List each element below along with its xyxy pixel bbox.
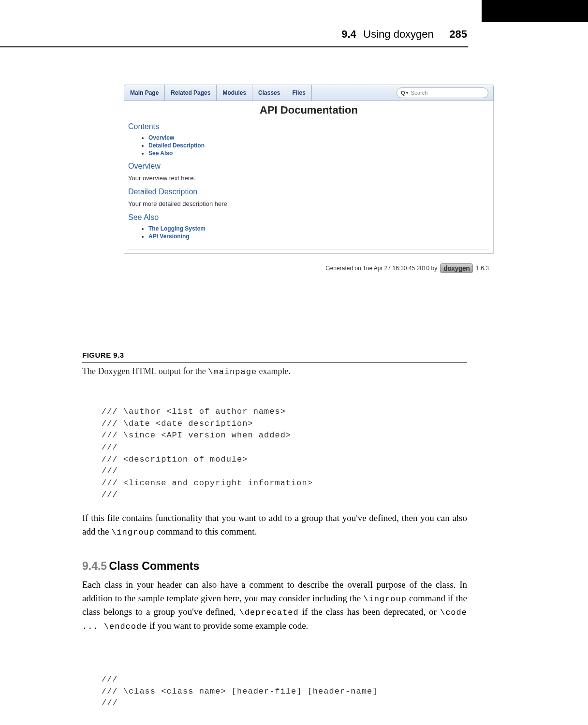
para2-code2: \deprecated [239,608,299,617]
section-number: 9.4.5 [82,560,107,572]
tab-related-pages[interactable]: Related Pages [165,85,217,101]
seealso-link-versioning[interactable]: API Versioning [148,232,493,240]
caption-code: \mainpage [208,367,257,377]
tab-main-page[interactable]: Main Page [124,85,165,101]
figure-label: FIGURE 9.3 [82,351,467,359]
running-header: 9.4 Using doxygen 285 [0,28,588,41]
contents-link-seealso[interactable]: See Also [148,149,493,157]
paragraph-class-comments: Each class in your header can also have … [82,578,467,633]
search-input[interactable]: Q▾ Search [397,87,488,98]
code-block-class-comment: /// /// \class <class name> [header-file… [102,674,378,710]
doxygen-footer: Generated on Tue Apr 27 16:30:45 2010 by… [124,254,494,273]
corner-decoration [482,0,588,22]
overview-heading: Overview [124,161,493,172]
contents-link-overview[interactable]: Overview [148,134,493,142]
search-placeholder: Search [411,90,428,96]
para1-text-b: command to this comment. [155,526,257,536]
contents-link-detailed[interactable]: Detailed Description [148,142,493,149]
generated-text: Generated on Tue Apr 27 16:30:45 2010 by [325,265,437,272]
section-title: Class Comments [109,560,200,572]
header-rule [0,46,468,47]
para2-d: if you want to provide some example code… [147,621,308,631]
code-block-file-comment: /// \author <list of author names> /// \… [102,406,313,501]
doxygen-screenshot: Main Page Related Pages Modules Classes … [124,85,494,273]
header-section-number: 9.4 [341,28,356,40]
seealso-link-logging[interactable]: The Logging System [148,225,493,232]
doxygen-tab-bar: Main Page Related Pages Modules Classes … [124,85,494,101]
tab-modules[interactable]: Modules [217,85,252,101]
para2-c: if the class has been deprecated, or [299,607,440,617]
overview-text: Your overview text here. [124,172,493,187]
caption-prefix: The Doxygen HTML output for the [82,366,208,376]
seealso-heading: See Also [124,212,493,223]
content-divider [128,249,489,249]
seealso-list: The Logging System API Versioning [124,223,493,244]
header-page-number: 285 [449,28,467,40]
para2-code1: \ingroup [363,594,407,604]
detailed-text: Your more detailed description here. [124,197,493,212]
paragraph-ingroup: If this file contains functionality that… [82,511,467,538]
chevron-down-icon: ▾ [406,91,408,95]
contents-heading: Contents [124,121,493,132]
detailed-heading: Detailed Description [124,187,493,197]
section-heading: 9.4.5 Class Comments [82,560,199,573]
caption-suffix: example. [257,366,291,376]
search-icon: Q [401,90,405,96]
contents-list: Overview Detailed Description See Also [124,132,493,161]
doxygen-content: API Documentation Contents Overview Deta… [124,101,494,254]
header-section-title: Using doxygen [363,28,434,40]
para1-code: \ingroup [111,528,155,537]
page-title: API Documentation [124,101,493,121]
figure-caption-text: The Doxygen HTML output for the \mainpag… [82,366,467,377]
figure-caption: FIGURE 9.3 The Doxygen HTML output for t… [82,351,467,377]
tab-classes[interactable]: Classes [252,85,286,101]
figure-rule [82,362,467,362]
doxygen-logo: doxygen [440,263,473,273]
tab-files[interactable]: Files [286,85,311,101]
doxygen-version: 1.6.3 [476,265,489,272]
